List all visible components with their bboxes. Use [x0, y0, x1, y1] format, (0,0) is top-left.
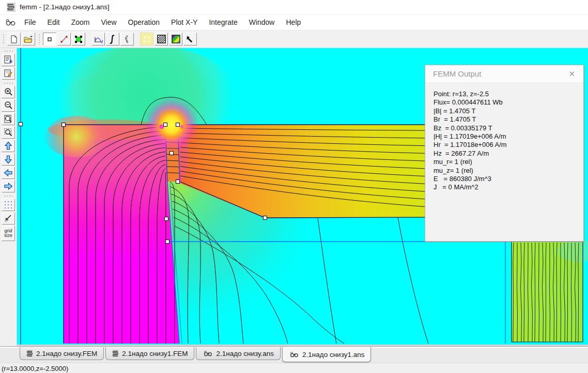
contour-line-mode-button[interactable] [57, 33, 71, 46]
pan-left-button[interactable] [2, 167, 15, 179]
menu-operation[interactable]: Operation [122, 16, 165, 28]
plot-graph-button[interactable] [91, 33, 105, 46]
toolbar-grip [38, 34, 40, 45]
point-mode-button[interactable] [43, 33, 56, 46]
tab-fem-1[interactable]: 2.1надо снизу.FEM [20, 347, 104, 360]
output-energy: E = 860380 J/m^3 [434, 175, 583, 183]
plot-area: FEMM Output ✕ Point: r=13, z=-2.5 Flux= … [17, 48, 588, 346]
show-mesh-button[interactable] [140, 33, 153, 46]
pan-right-button[interactable] [2, 180, 15, 192]
close-icon[interactable]: ✕ [566, 69, 577, 79]
pan-down-button[interactable] [2, 153, 15, 166]
document-tabbar: 2.1надо снизу.FEM 2.1надо снизу1.FEM 2.1… [0, 346, 588, 363]
zoom-out-button[interactable] [2, 99, 15, 112]
coil-properties-button[interactable] [120, 33, 134, 46]
window-title: femm - [2.1надо снизу1.ans] [20, 3, 110, 11]
femm-output-body: Point: r=13, z=-2.5 Flux= 0.000447611 Wb… [425, 83, 583, 192]
glasses-file-icon [289, 351, 299, 358]
vector-plot-button[interactable] [183, 33, 197, 46]
menu-edit[interactable]: Edit [42, 16, 66, 28]
field-hotspot [144, 97, 199, 153]
coil-file-icon [112, 350, 119, 357]
integral-icon [109, 35, 116, 44]
density-plot-button[interactable] [169, 33, 182, 46]
output-window-button[interactable] [2, 54, 15, 66]
zoom-window-button[interactable] [2, 126, 15, 139]
arrow-down-icon [4, 155, 12, 164]
snap-to-grid-button[interactable] [2, 212, 15, 225]
menu-bar: File Edit Zoom View Operation Plot X-Y I… [0, 14, 588, 31]
new-file-button[interactable] [7, 33, 21, 46]
femm-output-panel: FEMM Output ✕ Point: r=13, z=-2.5 Flux= … [425, 65, 584, 242]
output-flux: Flux= 0.000447611 Wb [434, 98, 583, 107]
output-list-icon [4, 55, 13, 65]
graph-arc-icon [94, 35, 103, 43]
tab-ans-1[interactable]: 2.1надо снизу.ans [196, 347, 281, 360]
toolbar-grip [3, 34, 5, 45]
tab-fem-2[interactable]: 2.1надо снизу1.FEM [105, 347, 194, 360]
toolbar-grip [4, 82, 13, 84]
menu-integrate[interactable]: Integrate [203, 16, 243, 28]
output-mu-r: mu_r= 1 (rel) [434, 158, 583, 166]
snap-arrow-icon [4, 214, 13, 223]
arrow-up-icon [4, 141, 12, 151]
edit-pencil-icon [4, 69, 13, 78]
density-plot-icon [172, 35, 180, 43]
mesh-icon [142, 35, 151, 44]
postprocessor-glasses-icon [4, 18, 17, 26]
arrow-left-icon [4, 169, 13, 177]
zoom-page-icon [4, 114, 13, 124]
arrow-right-icon [4, 182, 13, 190]
output-b-mag: |B| = 1.4705 T [434, 107, 583, 115]
coil-squiggle-icon [124, 35, 130, 44]
point-mode-icon [46, 36, 53, 43]
line-mode-icon [60, 35, 68, 43]
app-coil-icon [7, 3, 16, 12]
status-bar: (r=13.0000,z=-2.5000) [0, 363, 588, 373]
menu-zoom[interactable]: Zoom [66, 16, 96, 28]
edit-document-button[interactable] [2, 67, 15, 80]
line-integral-button[interactable] [106, 33, 119, 46]
main-toolbar [0, 31, 588, 48]
pan-up-button[interactable] [2, 140, 15, 152]
grid-size-button[interactable]: grid size [2, 226, 15, 241]
block-mode-button[interactable] [72, 33, 85, 46]
show-grid-button[interactable] [2, 199, 15, 211]
output-br: Br = 1.4705 T [434, 115, 583, 124]
menu-plot-xy[interactable]: Plot X-Y [165, 16, 203, 28]
coil-file-icon [26, 350, 33, 357]
menu-window[interactable]: Window [243, 16, 281, 28]
tab-label: 2.1надо снизу.FEM [36, 350, 97, 357]
glasses-file-icon [203, 350, 213, 357]
vector-arrow-icon [186, 35, 194, 43]
zoom-extents-button[interactable] [2, 113, 15, 125]
zoom-out-icon [4, 101, 13, 110]
window-titlebar: femm - [2.1надо снизу1.ans] [0, 0, 588, 14]
cursor-coordinates: (r=13.0000,z=-2.5000) [2, 365, 68, 372]
open-file-button[interactable] [22, 33, 35, 46]
block-mode-icon [74, 35, 83, 43]
menu-view[interactable]: View [95, 16, 122, 28]
tab-ans-2-active[interactable]: 2.1надо снизу1.ans [282, 347, 371, 362]
plot-bottom-edge [17, 345, 588, 346]
zoom-in-icon [4, 87, 13, 97]
tab-label: 2.1надо снизу1.ans [302, 351, 364, 359]
contour-plot-icon [157, 35, 166, 43]
grid-dots-icon [4, 200, 13, 210]
tab-label: 2.1надо снизу.ans [216, 350, 274, 357]
femm-output-title: FEMM Output [433, 69, 481, 78]
grid-size-label-line2: size [4, 233, 12, 238]
new-file-icon [10, 35, 18, 43]
toolbar-grip [4, 195, 13, 197]
tab-label: 2.1надо снизу1.FEM [122, 350, 188, 357]
contour-plot-button[interactable] [154, 33, 168, 46]
toolbar-grip [4, 50, 13, 52]
zoom-in-button[interactable] [2, 86, 15, 98]
menu-help[interactable]: Help [280, 16, 306, 28]
output-mu-z: mu_z= 1 (rel) [434, 167, 583, 175]
zoom-window-icon [4, 128, 13, 137]
menu-file[interactable]: File [19, 16, 42, 28]
output-hr: Hr = 1.17018e+006 A/m [434, 141, 583, 149]
output-hz: Hz = 2667.27 A/m [434, 150, 583, 158]
femm-output-titlebar[interactable]: FEMM Output ✕ [425, 65, 583, 83]
